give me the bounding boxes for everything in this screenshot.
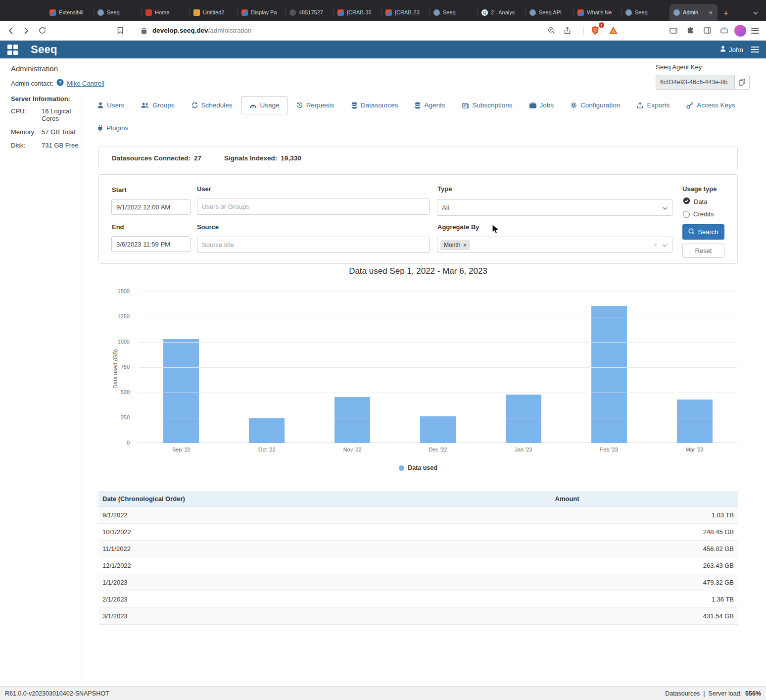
reset-button[interactable]: Reset	[682, 244, 724, 258]
wallet-icon[interactable]	[667, 24, 680, 37]
url-text[interactable]: develop.seeq.dev/administration	[152, 27, 251, 34]
x-tick-label: Nov '22	[310, 447, 395, 452]
aggregate-by-select[interactable]: Month × ×	[437, 237, 672, 253]
gears-icon	[571, 102, 577, 108]
agent-key-block: Seeq Agent Key:	[656, 63, 755, 90]
x-tick-label: Feb '23	[566, 447, 652, 452]
y-tick-label: 750	[98, 364, 135, 370]
brave-shield-icon[interactable]: 1	[589, 24, 602, 37]
new-tab-button[interactable]: +	[723, 9, 729, 18]
tab-groups[interactable]: Groups	[133, 96, 183, 114]
seeq-light-favicon	[529, 9, 536, 16]
back-icon[interactable]	[4, 24, 17, 37]
app-grid-icon[interactable]	[7, 45, 18, 55]
server-info-row-cpu: CPU: 16 Logical Cores	[11, 107, 79, 122]
search-button[interactable]: Search	[682, 224, 724, 240]
browser-tab[interactable]: [CRAB-23	[382, 4, 430, 21]
footer-separator: |	[703, 690, 705, 697]
browser-tab[interactable]: Seeq	[430, 4, 478, 21]
source-input[interactable]	[197, 237, 430, 253]
browser-tab[interactable]: Extensibili	[46, 4, 94, 21]
help-question-icon[interactable]: ?	[56, 79, 64, 88]
bar-data-used[interactable]	[591, 306, 627, 443]
tab-subscriptions[interactable]: Subscriptions	[454, 96, 521, 114]
tab-agents[interactable]: Agents	[406, 96, 453, 114]
aggregate-clear-icon[interactable]: ×	[653, 241, 657, 249]
version-text: R61.0.0-v202303010402-SNAPSHOT	[5, 690, 109, 697]
browser-tab[interactable]: Admin×	[670, 4, 718, 21]
bar-data-used[interactable]	[677, 400, 713, 443]
type-select[interactable]: All	[437, 199, 672, 216]
forward-icon[interactable]	[20, 24, 33, 37]
browser-tab[interactable]: What's Ne	[574, 4, 622, 21]
site-info-lock-icon[interactable]	[138, 24, 150, 37]
reload-icon[interactable]	[36, 24, 48, 37]
legend-marker	[399, 465, 404, 471]
tab-users[interactable]: Users	[89, 96, 133, 114]
tab-access-keys[interactable]: Access Keys	[678, 96, 743, 114]
tab-configuration[interactable]: Configuration	[562, 96, 628, 114]
x-tick-label: Oct '22	[224, 447, 310, 452]
tab-plugins[interactable]: Plugins	[89, 119, 137, 137]
browser-tab[interactable]: Untitled2	[190, 4, 238, 21]
tab-search-chevron-icon[interactable]	[753, 8, 758, 17]
stat-datasources-connected: Datasources Connected: 27	[112, 154, 201, 162]
browser-tab[interactable]: Seeq API	[526, 4, 574, 21]
cards-icon[interactable]	[718, 24, 730, 37]
profile-avatar[interactable]	[734, 25, 746, 37]
tab-requests[interactable]: Requests	[288, 96, 343, 114]
user-menu[interactable]: John	[720, 46, 743, 53]
browser-tab-label: Seeq	[107, 9, 138, 15]
gridline	[139, 367, 737, 368]
tab-schedules[interactable]: Schedules	[183, 96, 241, 114]
browser-menu-icon[interactable]	[751, 28, 759, 34]
server-info-row-disk: Disk: 731 GB Free	[11, 142, 79, 149]
tab-datasources[interactable]: Datasources	[343, 96, 407, 114]
bookmark-icon[interactable]	[114, 24, 127, 37]
tab-usage[interactable]: Usage	[241, 96, 288, 114]
sidebar-toggle-icon[interactable]	[701, 24, 714, 37]
bar-data-used[interactable]	[420, 416, 456, 443]
footer-datasources-link[interactable]: Datasources	[665, 690, 700, 697]
gridline	[139, 317, 737, 317]
extensions-puzzle-icon[interactable]	[684, 24, 697, 37]
disk-value: 731 GB Free	[42, 142, 79, 149]
browser-tab[interactable]: Seeq	[94, 4, 142, 21]
copy-icon[interactable]	[735, 75, 750, 90]
admin-contact-link[interactable]: Mike Cantrell	[67, 80, 104, 87]
tab-close-icon[interactable]: ×	[708, 9, 714, 16]
amount-column-header[interactable]: Amount	[551, 491, 738, 507]
admin-contact: Admin contact: ? Mike Cantrell	[11, 79, 104, 88]
browser-tab[interactable]: Seeq	[622, 4, 670, 21]
usage-table-body: 9/1/20221.03 TB10/1/2022248.45 GB11/1/20…	[98, 507, 738, 625]
browser-tab[interactable]: Q2 - Analys	[478, 4, 526, 21]
admin-tabs-row1: UsersGroupsSchedulesUsageRequestsDatasou…	[89, 96, 743, 114]
bar-data-used[interactable]	[163, 339, 199, 443]
bar-data-used[interactable]	[335, 397, 370, 443]
browser-tab-label: Home	[155, 9, 186, 15]
hamburger-menu-icon[interactable]	[751, 47, 759, 52]
usage-type-credits-radio[interactable]: Credits	[683, 210, 714, 218]
share-icon[interactable]	[561, 24, 574, 37]
user-input[interactable]	[197, 199, 430, 215]
browser-tab[interactable]: 48517527	[286, 4, 334, 21]
aggregate-tag-remove-icon[interactable]: ×	[463, 242, 466, 248]
browser-tab[interactable]: Display Pa	[238, 4, 286, 21]
legend-label: Data used	[408, 464, 437, 471]
usage-type-data-radio[interactable]: Data	[683, 197, 707, 206]
chart-legend[interactable]: Data used	[98, 464, 738, 471]
date-column-header[interactable]: Date (Chronological Order)	[98, 491, 551, 507]
tab-jobs[interactable]: Jobs	[521, 96, 563, 114]
bar-data-used[interactable]	[249, 418, 285, 443]
browser-tab[interactable]: Home	[142, 4, 190, 21]
browser-tab[interactable]: [CRAB-35	[334, 4, 382, 21]
zoom-icon[interactable]	[545, 24, 558, 37]
agent-key-input[interactable]	[656, 75, 735, 90]
start-input[interactable]	[111, 199, 191, 215]
y-tick-label: 500	[98, 389, 135, 395]
bar-data-used[interactable]	[506, 395, 541, 443]
tab-exports[interactable]: Exports	[628, 96, 678, 114]
end-input[interactable]	[111, 236, 191, 252]
user-label: User	[197, 185, 211, 193]
warning-triangle-icon[interactable]	[607, 24, 620, 37]
